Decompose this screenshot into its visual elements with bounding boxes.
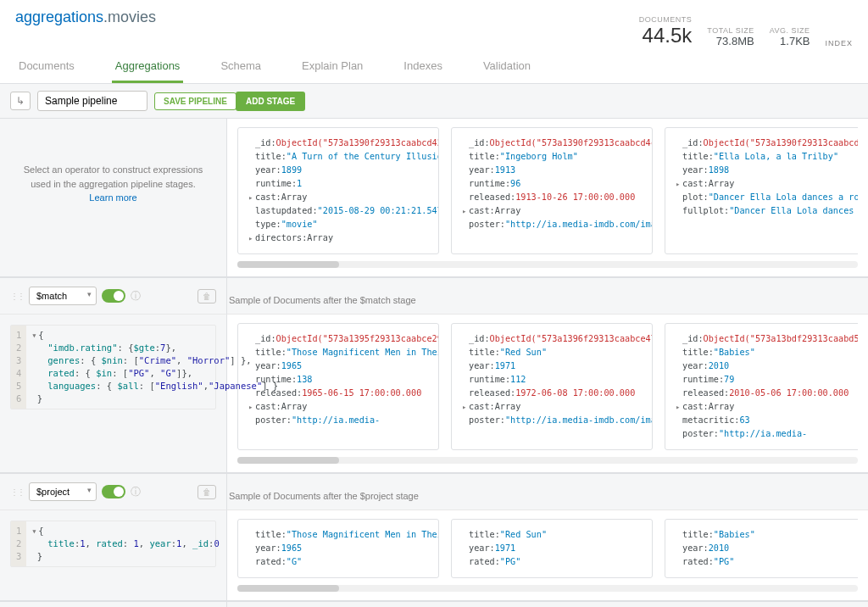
info-icon: ⓘ <box>131 289 141 304</box>
scrollbar[interactable] <box>237 585 858 592</box>
stage-header: ⋮⋮ ⓘ 🗑 <box>0 278 227 315</box>
drag-handle-icon[interactable]: ⋮⋮ <box>10 487 24 497</box>
source-row: Select an operator to construct expressi… <box>0 119 868 277</box>
tabs: DocumentsAggregationsSchemaExplain PlanI… <box>15 59 853 83</box>
stage-output-documents: _id:ObjectId("573a1395f29313caabce2999")… <box>237 323 858 450</box>
stage-code-editor[interactable]: 123▾{ title:1, rated: 1, year:1, _id:0 } <box>10 521 216 567</box>
pipeline-toolbar: ↳ SAVE PIPELINE ••• ADD STAGE <box>0 84 868 119</box>
stage-toggle[interactable] <box>102 289 125 303</box>
tab-validation[interactable]: Validation <box>480 59 534 83</box>
add-stage-button[interactable]: ADD STAGE <box>236 92 305 111</box>
delete-stage-button[interactable]: 🗑 <box>198 289 216 304</box>
document-card: _id:ObjectId("573a1396f29313caabce476b")… <box>451 323 653 450</box>
stage-body: 123456▾{ "imdb.rating": {$gte:7}, genres… <box>0 315 868 473</box>
save-pipeline-button[interactable]: SAVE PIPELINE <box>154 92 236 110</box>
header: aggregations.movies DOCUMENTS 44.5k TOTA… <box>0 0 868 84</box>
stage-header: ⋮⋮ ⓘ 🗑 <box>0 602 227 607</box>
stage-header: ⋮⋮ ⓘ 🗑 <box>0 474 227 510</box>
tab-aggregations[interactable]: Aggregations <box>112 59 184 83</box>
sample-label: Sample of Documents after the $match sta… <box>227 278 868 315</box>
total-size-value: 73.8MB <box>707 35 754 47</box>
stage-code-editor[interactable]: 123456▾{ "imdb.rating": {$gte:7}, genres… <box>10 325 216 409</box>
scrollbar[interactable] <box>237 261 858 268</box>
document-card: _id:ObjectId("573a1390f29313caabcd41f0")… <box>665 127 858 254</box>
tab-explain-plan[interactable]: Explain Plan <box>298 59 366 83</box>
document-card: _id:ObjectId("573a13bdf29313caabd59987")… <box>665 323 858 450</box>
tab-documents[interactable]: Documents <box>15 59 78 83</box>
tab-schema[interactable]: Schema <box>217 59 264 83</box>
document-card: title:"Those Magnificent Men in Their Fl… <box>237 519 439 578</box>
collection-stats: DOCUMENTS 44.5k TOTAL SIZE 73.8MB AVG. S… <box>639 15 853 47</box>
total-size-label: TOTAL SIZE <box>707 26 754 35</box>
index-label: INDEX <box>825 39 853 47</box>
namespace-title: aggregations.movies <box>15 8 156 26</box>
info-icon: ⓘ <box>131 485 141 499</box>
pipeline-name-input[interactable] <box>37 91 147 111</box>
tab-indexes[interactable]: Indexes <box>400 59 446 83</box>
stage-output-documents: title:"Those Magnificent Men in Their Fl… <box>237 519 858 578</box>
stage-toggle[interactable] <box>102 485 125 498</box>
stage-operator-select[interactable] <box>29 287 97 305</box>
sample-label: Sample of Documents after the $sort stag… <box>227 602 868 607</box>
document-card: title:"Red Sun"year:1971rated:"PG" <box>451 519 653 578</box>
documents-value: 44.5k <box>639 24 693 47</box>
collection-name: .movies <box>103 8 156 25</box>
avg-size-value: 1.7KB <box>770 35 810 47</box>
document-card: _id:ObjectId("573a1390f29313caabcd4cf1")… <box>451 127 653 254</box>
stage-body: 123▾{ title:1, rated: 1, year:1, _id:0 }… <box>0 510 868 601</box>
avg-size-label: AVG. SIZE <box>770 26 810 35</box>
delete-stage-button[interactable]: 🗑 <box>198 485 216 499</box>
drag-handle-icon[interactable]: ⋮⋮ <box>10 292 24 301</box>
document-card: _id:ObjectId("573a1390f29313caabcd421c")… <box>237 127 439 254</box>
source-documents: _id:ObjectId("573a1390f29313caabcd421c")… <box>237 127 858 254</box>
documents-label: DOCUMENTS <box>639 15 693 24</box>
export-icon[interactable]: ↳ <box>10 92 31 110</box>
intro-text: Select an operator to construct expressi… <box>10 129 216 239</box>
db-link[interactable]: aggregations <box>15 8 103 25</box>
stage-operator-select[interactable] <box>29 482 97 501</box>
document-card: title:"Babies"year:2010rated:"PG" <box>665 519 858 578</box>
learn-more-link[interactable]: Learn more <box>89 192 136 203</box>
scrollbar[interactable] <box>237 457 858 464</box>
sample-label: Sample of Documents after the $project s… <box>227 474 868 510</box>
